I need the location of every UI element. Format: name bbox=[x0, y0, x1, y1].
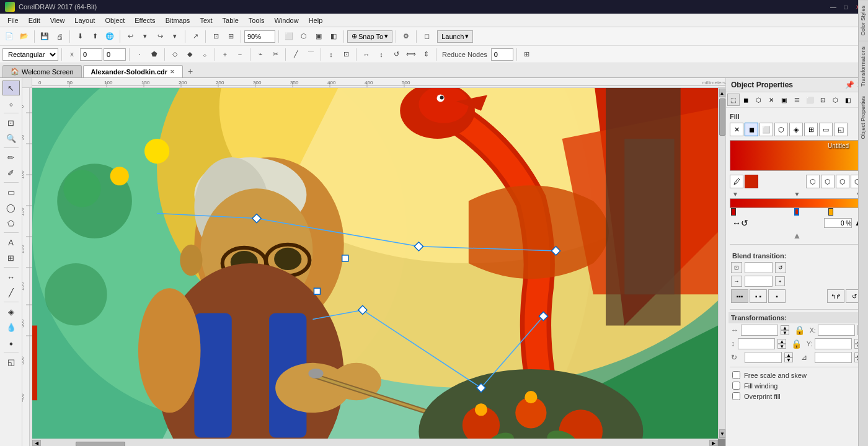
artwork-canvas[interactable] bbox=[32, 88, 718, 439]
height-input[interactable]: 82.703 % bbox=[738, 338, 775, 349]
smooth-node[interactable]: ◆ bbox=[183, 48, 197, 61]
blend-count-input[interactable]: 256 bbox=[745, 262, 773, 273]
publish-button[interactable]: 🌐 bbox=[103, 30, 117, 43]
menu-table[interactable]: Table bbox=[218, 15, 244, 25]
menu-layout[interactable]: Layout bbox=[69, 15, 100, 25]
gradient-preview[interactable]: Untitled ▾ bbox=[730, 140, 864, 171]
fit-width[interactable]: ⊡ bbox=[209, 30, 223, 43]
maximize-button[interactable]: □ bbox=[841, 2, 851, 12]
scrollbar-horizontal[interactable]: ◀ ▶ bbox=[32, 439, 718, 446]
lock-proportions-icon[interactable]: 🔒 bbox=[794, 325, 805, 335]
view-toggle2[interactable]: ⬡ bbox=[297, 30, 311, 43]
menu-edit[interactable]: Edit bbox=[24, 15, 45, 25]
x-input[interactable]: -11.747 % bbox=[818, 325, 855, 336]
blend-type-solid[interactable]: ▪▪▪ bbox=[731, 289, 748, 303]
transformations-tab[interactable]: Transformations bbox=[859, 41, 868, 92]
reverse-curve[interactable]: ↕ bbox=[324, 48, 338, 61]
tool-zoom[interactable]: 🔍 bbox=[2, 131, 20, 146]
symmetric-node[interactable]: ⬦ bbox=[198, 48, 211, 61]
blend-type-single[interactable]: ▪ bbox=[768, 289, 786, 303]
canvas-area[interactable]: 0 50 100 150 200 250 300 350 400 bbox=[22, 78, 725, 446]
tool-table[interactable]: ⊞ bbox=[2, 250, 20, 265]
fill-none-btn[interactable]: ✕ bbox=[730, 123, 743, 136]
prop-icon-hatch[interactable]: ▣ bbox=[778, 94, 790, 106]
rotate-ccw[interactable]: ↺ bbox=[389, 48, 403, 61]
scroll-thumb-v[interactable] bbox=[719, 98, 725, 136]
node-y-val[interactable] bbox=[104, 48, 126, 61]
tool-connector[interactable]: ╱ bbox=[2, 285, 20, 300]
zoom-input[interactable] bbox=[244, 30, 275, 43]
menu-text[interactable]: Text bbox=[195, 15, 217, 25]
scrollbar-vertical[interactable]: ▲ ▼ bbox=[718, 88, 725, 439]
prop-icon-more[interactable]: ⊡ bbox=[817, 94, 829, 106]
open-button[interactable]: 📂 bbox=[17, 30, 31, 43]
tab-document[interactable]: Alexander-Solodkin.cdr ✕ bbox=[83, 65, 183, 77]
tool-polygon[interactable]: ⬠ bbox=[2, 216, 20, 230]
launch-button[interactable]: Launch ▾ bbox=[437, 30, 473, 43]
fill-edit-btn[interactable]: 🖊 bbox=[730, 175, 743, 188]
redo-button[interactable]: ↪ bbox=[153, 30, 167, 43]
fill-solid-btn[interactable]: ◼ bbox=[745, 123, 758, 136]
tab-add-button[interactable]: + bbox=[184, 65, 197, 77]
stop-red[interactable] bbox=[731, 208, 736, 216]
prop-icon-stroke[interactable]: ◼ bbox=[740, 94, 753, 106]
delete-node[interactable]: − bbox=[233, 48, 247, 61]
fill-trans-btn[interactable]: ◱ bbox=[834, 123, 848, 136]
height-spinner[interactable]: ▲ ▼ bbox=[777, 339, 786, 349]
tool-eyedropper[interactable]: 💧 bbox=[2, 320, 20, 334]
shape-select[interactable]: Rectangular bbox=[2, 48, 58, 61]
skew-input[interactable]: -20.2 ° bbox=[815, 352, 852, 363]
object-properties-tab[interactable]: Object Properties bbox=[859, 91, 868, 144]
width-spinner[interactable]: ▲ ▼ bbox=[781, 325, 789, 335]
pointer-button[interactable]: ↗ bbox=[188, 30, 202, 43]
settings-button[interactable]: ⚙ bbox=[399, 30, 413, 43]
screen-mode[interactable]: ◻ bbox=[420, 30, 433, 43]
free-scale-check[interactable] bbox=[732, 371, 740, 379]
flip-h[interactable]: ⟺ bbox=[404, 48, 418, 61]
tool-smart-fill[interactable]: ⬥ bbox=[2, 335, 20, 350]
curve-segment[interactable]: ⌒ bbox=[304, 48, 317, 61]
stop-orange[interactable] bbox=[828, 208, 833, 216]
fill-vector-btn[interactable]: ⬡ bbox=[774, 123, 788, 136]
reduce-nodes-val[interactable] bbox=[491, 48, 513, 61]
color-styles-tab[interactable]: Color Styles bbox=[859, 0, 868, 41]
menu-view[interactable]: View bbox=[45, 15, 70, 25]
prop-icon-split-l[interactable]: ◧ bbox=[842, 94, 854, 106]
minimize-button[interactable]: — bbox=[828, 2, 838, 12]
panel-pin-icon[interactable]: 📌 bbox=[845, 81, 854, 89]
fill-copy-btn[interactable] bbox=[745, 175, 758, 188]
node-x[interactable]: X bbox=[65, 48, 79, 61]
tool-ellipse[interactable]: ◯ bbox=[2, 200, 20, 215]
menu-effects[interactable]: Effects bbox=[130, 15, 160, 25]
join-nodes[interactable]: ⌁ bbox=[254, 48, 267, 61]
tool-node[interactable]: ⬦ bbox=[2, 96, 20, 111]
blend-speed-add[interactable]: + bbox=[775, 276, 785, 286]
view-toggle4[interactable]: ◧ bbox=[327, 30, 340, 43]
prop-icon-special[interactable]: ⬜ bbox=[804, 94, 816, 106]
view-toggle3[interactable]: ▣ bbox=[312, 30, 326, 43]
menu-window[interactable]: Window bbox=[270, 15, 304, 25]
menu-object[interactable]: Object bbox=[100, 15, 130, 25]
fit-page[interactable]: ⊞ bbox=[224, 30, 237, 43]
tool-dimension[interactable]: ↔ bbox=[2, 269, 20, 284]
node-x-val[interactable] bbox=[80, 48, 102, 61]
height-down[interactable]: ▼ bbox=[777, 344, 786, 349]
break-nodes[interactable]: ✂ bbox=[268, 48, 282, 61]
y-input[interactable]: 31.371 % bbox=[815, 338, 852, 349]
menu-tools[interactable]: Tools bbox=[244, 15, 270, 25]
fill-hatch-btn[interactable]: ⊞ bbox=[804, 123, 818, 136]
rotation-spinner[interactable]: ▲ ▼ bbox=[784, 352, 793, 362]
extract-subpath[interactable]: ⊡ bbox=[339, 48, 353, 61]
tool-transparency[interactable]: ◱ bbox=[2, 354, 20, 369]
blend-reverse-icon[interactable]: ↰↱ bbox=[827, 289, 844, 303]
reverse-blend-icon[interactable]: ↔ bbox=[732, 218, 741, 228]
tool-pen[interactable]: ✐ bbox=[2, 165, 20, 180]
menu-bitmaps[interactable]: Bitmaps bbox=[161, 15, 195, 25]
rot-down[interactable]: ▼ bbox=[784, 357, 793, 362]
prop-icon-hex[interactable]: ⬡ bbox=[829, 94, 841, 106]
gradient-pct-input[interactable] bbox=[824, 218, 852, 228]
menu-help[interactable]: Help bbox=[304, 15, 328, 25]
scroll-thumb-h[interactable] bbox=[76, 442, 125, 446]
fill-pattern1[interactable]: ⬡ bbox=[806, 175, 820, 188]
blend-speed-input[interactable]: 0.0 bbox=[745, 276, 773, 287]
